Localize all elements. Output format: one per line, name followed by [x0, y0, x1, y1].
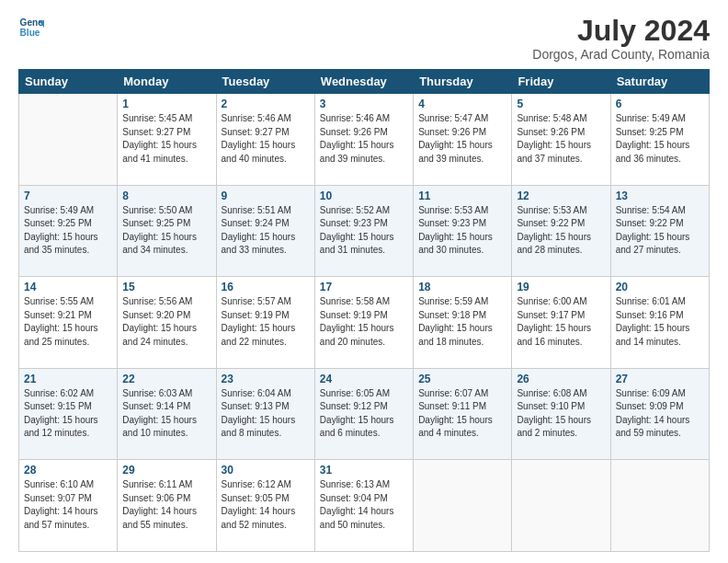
day-number: 10: [320, 190, 408, 202]
day-number: 7: [24, 190, 112, 202]
day-number: 23: [222, 373, 310, 385]
header-friday: Friday: [512, 70, 610, 94]
day-info: Sunrise: 5:55 AM Sunset: 9:21 PM Dayligh…: [24, 295, 112, 349]
day-info: Sunrise: 5:52 AM Sunset: 9:23 PM Dayligh…: [320, 204, 408, 258]
day-number: 2: [222, 98, 310, 110]
day-number: 17: [320, 281, 408, 293]
day-info: Sunrise: 5:53 AM Sunset: 9:23 PM Dayligh…: [418, 204, 506, 258]
day-number: 28: [24, 464, 112, 477]
calendar-table: Sunday Monday Tuesday Wednesday Thursday…: [18, 69, 710, 552]
day-info: Sunrise: 6:11 AM Sunset: 9:06 PM Dayligh…: [122, 478, 210, 532]
day-info: Sunrise: 6:08 AM Sunset: 9:10 PM Dayligh…: [517, 387, 605, 441]
day-number: 25: [418, 373, 506, 385]
day-number: 13: [616, 190, 704, 202]
table-row: 26Sunrise: 6:08 AM Sunset: 9:10 PM Dayli…: [512, 368, 610, 460]
day-number: 18: [418, 281, 506, 293]
day-info: Sunrise: 6:07 AM Sunset: 9:11 PM Dayligh…: [418, 387, 506, 441]
table-row: 24Sunrise: 6:05 AM Sunset: 9:12 PM Dayli…: [314, 368, 413, 460]
day-number: 26: [517, 373, 605, 385]
day-number: 4: [418, 98, 506, 110]
table-row: 19Sunrise: 6:00 AM Sunset: 9:17 PM Dayli…: [512, 277, 610, 369]
calendar-week-row: 1Sunrise: 5:45 AM Sunset: 9:27 PM Daylig…: [19, 94, 710, 186]
page: General Blue July 2024 Dorgos, Arad Coun…: [0, 0, 728, 563]
day-info: Sunrise: 6:04 AM Sunset: 9:13 PM Dayligh…: [222, 387, 310, 441]
table-row: 16Sunrise: 5:57 AM Sunset: 9:19 PM Dayli…: [216, 277, 314, 369]
header: General Blue July 2024 Dorgos, Arad Coun…: [18, 15, 710, 62]
table-row: [610, 460, 709, 552]
day-number: 14: [24, 281, 112, 293]
calendar-week-row: 21Sunrise: 6:02 AM Sunset: 9:15 PM Dayli…: [19, 368, 710, 460]
day-info: Sunrise: 5:58 AM Sunset: 9:19 PM Dayligh…: [320, 295, 408, 349]
day-number: 16: [222, 281, 310, 293]
month-title: July 2024: [532, 15, 710, 47]
day-info: Sunrise: 6:03 AM Sunset: 9:14 PM Dayligh…: [122, 387, 210, 441]
logo-icon: General Blue: [18, 15, 44, 40]
table-row: 10Sunrise: 5:52 AM Sunset: 9:23 PM Dayli…: [314, 185, 413, 277]
table-row: 30Sunrise: 6:12 AM Sunset: 9:05 PM Dayli…: [216, 460, 314, 552]
day-info: Sunrise: 5:47 AM Sunset: 9:26 PM Dayligh…: [418, 112, 506, 166]
header-monday: Monday: [118, 70, 216, 94]
table-row: 4Sunrise: 5:47 AM Sunset: 9:26 PM Daylig…: [414, 94, 512, 186]
day-number: 30: [222, 464, 310, 477]
day-number: 31: [320, 464, 408, 477]
day-info: Sunrise: 5:49 AM Sunset: 9:25 PM Dayligh…: [24, 204, 112, 258]
table-row: 11Sunrise: 5:53 AM Sunset: 9:23 PM Dayli…: [414, 185, 512, 277]
calendar-week-row: 7Sunrise: 5:49 AM Sunset: 9:25 PM Daylig…: [19, 185, 710, 277]
table-row: 23Sunrise: 6:04 AM Sunset: 9:13 PM Dayli…: [216, 368, 314, 460]
day-number: 3: [320, 98, 408, 110]
header-sunday: Sunday: [19, 70, 118, 94]
table-row: 31Sunrise: 6:13 AM Sunset: 9:04 PM Dayli…: [314, 460, 413, 552]
day-info: Sunrise: 6:09 AM Sunset: 9:09 PM Dayligh…: [616, 387, 704, 441]
table-row: 27Sunrise: 6:09 AM Sunset: 9:09 PM Dayli…: [610, 368, 709, 460]
table-row: [414, 460, 512, 552]
day-number: 11: [418, 190, 506, 202]
day-info: Sunrise: 5:50 AM Sunset: 9:25 PM Dayligh…: [122, 204, 210, 258]
table-row: 7Sunrise: 5:49 AM Sunset: 9:25 PM Daylig…: [19, 185, 118, 277]
day-number: 24: [320, 373, 408, 385]
day-info: Sunrise: 5:59 AM Sunset: 9:18 PM Dayligh…: [418, 295, 506, 349]
table-row: 14Sunrise: 5:55 AM Sunset: 9:21 PM Dayli…: [19, 277, 118, 369]
calendar-week-row: 28Sunrise: 6:10 AM Sunset: 9:07 PM Dayli…: [19, 460, 710, 552]
table-row: 29Sunrise: 6:11 AM Sunset: 9:06 PM Dayli…: [118, 460, 216, 552]
day-info: Sunrise: 5:46 AM Sunset: 9:26 PM Dayligh…: [320, 112, 408, 166]
table-row: 9Sunrise: 5:51 AM Sunset: 9:24 PM Daylig…: [216, 185, 314, 277]
table-row: 17Sunrise: 5:58 AM Sunset: 9:19 PM Dayli…: [314, 277, 413, 369]
table-row: 5Sunrise: 5:48 AM Sunset: 9:26 PM Daylig…: [512, 94, 610, 186]
day-info: Sunrise: 6:10 AM Sunset: 9:07 PM Dayligh…: [24, 478, 112, 532]
header-tuesday: Tuesday: [216, 70, 314, 94]
day-info: Sunrise: 5:51 AM Sunset: 9:24 PM Dayligh…: [222, 204, 310, 258]
day-number: 12: [517, 190, 605, 202]
table-row: 2Sunrise: 5:46 AM Sunset: 9:27 PM Daylig…: [216, 94, 314, 186]
table-row: 28Sunrise: 6:10 AM Sunset: 9:07 PM Dayli…: [19, 460, 118, 552]
day-info: Sunrise: 5:49 AM Sunset: 9:25 PM Dayligh…: [616, 112, 704, 166]
header-thursday: Thursday: [414, 70, 512, 94]
day-number: 21: [24, 373, 112, 385]
location: Dorgos, Arad County, Romania: [532, 47, 710, 62]
day-info: Sunrise: 5:54 AM Sunset: 9:22 PM Dayligh…: [616, 204, 704, 258]
day-number: 9: [222, 190, 310, 202]
day-number: 27: [616, 373, 704, 385]
day-info: Sunrise: 5:48 AM Sunset: 9:26 PM Dayligh…: [517, 112, 605, 166]
day-number: 1: [122, 98, 210, 110]
day-info: Sunrise: 6:00 AM Sunset: 9:17 PM Dayligh…: [517, 295, 605, 349]
day-info: Sunrise: 5:45 AM Sunset: 9:27 PM Dayligh…: [122, 112, 210, 166]
table-row: 13Sunrise: 5:54 AM Sunset: 9:22 PM Dayli…: [610, 185, 709, 277]
day-info: Sunrise: 6:05 AM Sunset: 9:12 PM Dayligh…: [320, 387, 408, 441]
day-info: Sunrise: 6:02 AM Sunset: 9:15 PM Dayligh…: [24, 387, 112, 441]
day-info: Sunrise: 5:46 AM Sunset: 9:27 PM Dayligh…: [222, 112, 310, 166]
day-info: Sunrise: 5:57 AM Sunset: 9:19 PM Dayligh…: [222, 295, 310, 349]
table-row: 21Sunrise: 6:02 AM Sunset: 9:15 PM Dayli…: [19, 368, 118, 460]
title-area: July 2024 Dorgos, Arad County, Romania: [532, 15, 710, 62]
table-row: 22Sunrise: 6:03 AM Sunset: 9:14 PM Dayli…: [118, 368, 216, 460]
day-number: 15: [122, 281, 210, 293]
table-row: 3Sunrise: 5:46 AM Sunset: 9:26 PM Daylig…: [314, 94, 413, 186]
weekday-header-row: Sunday Monday Tuesday Wednesday Thursday…: [19, 70, 710, 94]
svg-text:Blue: Blue: [20, 28, 40, 38]
table-row: [19, 94, 118, 186]
header-saturday: Saturday: [610, 70, 709, 94]
day-info: Sunrise: 6:12 AM Sunset: 9:05 PM Dayligh…: [222, 478, 310, 532]
day-info: Sunrise: 6:13 AM Sunset: 9:04 PM Dayligh…: [320, 478, 408, 532]
calendar-week-row: 14Sunrise: 5:55 AM Sunset: 9:21 PM Dayli…: [19, 277, 710, 369]
table-row: 1Sunrise: 5:45 AM Sunset: 9:27 PM Daylig…: [118, 94, 216, 186]
table-row: 15Sunrise: 5:56 AM Sunset: 9:20 PM Dayli…: [118, 277, 216, 369]
